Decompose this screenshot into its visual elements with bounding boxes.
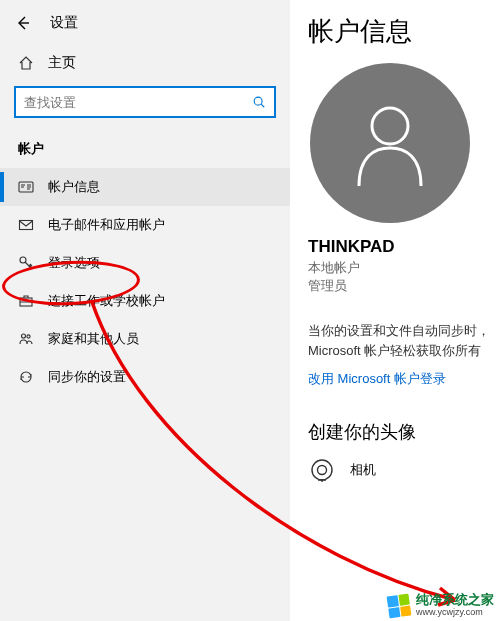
section-header-accounts: 帐户 [0,134,290,168]
sync-icon [18,369,34,385]
sync-description: 当你的设置和文件自动同步时， Microsoft 帐户轻松获取你所有 [308,321,500,360]
sidebar-item-label: 电子邮件和应用帐户 [48,216,165,234]
settings-header-label: 设置 [50,14,78,32]
home-button[interactable]: 主页 [0,46,290,80]
sidebar: 设置 主页 帐户 帐户信息 [0,0,290,621]
mail-icon [18,217,34,233]
sidebar-item-family[interactable]: 家庭和其他人员 [0,320,290,358]
svg-point-9 [318,466,327,475]
svg-point-0 [254,97,262,105]
main-panel: 帐户信息 THINKPAD 本地帐户 管理员 当你的设置和文件自动同步时， Mi… [290,0,500,621]
sidebar-item-label: 连接工作或学校帐户 [48,292,165,310]
search-input[interactable] [16,95,244,110]
sign-in-microsoft-link[interactable]: 改用 Microsoft 帐户登录 [308,370,446,388]
camera-label: 相机 [350,461,376,479]
key-icon [18,255,34,271]
page-title: 帐户信息 [308,14,500,49]
search-box[interactable] [14,86,276,118]
camera-icon [308,456,336,484]
svg-point-7 [372,108,408,144]
avatar [310,63,470,223]
create-avatar-title: 创建你的头像 [308,420,500,444]
sidebar-item-label: 登录选项 [48,254,100,272]
camera-option[interactable]: 相机 [308,456,500,484]
sidebar-item-email[interactable]: 电子邮件和应用帐户 [0,206,290,244]
arrow-left-icon [15,15,31,31]
user-name: THINKPAD [308,237,500,257]
back-button[interactable] [14,14,32,32]
home-label: 主页 [48,54,76,72]
sidebar-item-work-school[interactable]: 连接工作或学校帐户 [0,282,290,320]
svg-point-8 [312,460,332,480]
sidebar-item-label: 帐户信息 [48,178,100,196]
people-icon [18,331,34,347]
svg-point-5 [22,334,26,338]
briefcase-icon [18,293,34,309]
user-role: 管理员 [308,277,500,295]
id-card-icon [18,179,34,195]
sidebar-item-account-info[interactable]: 帐户信息 [0,168,290,206]
sidebar-item-sync[interactable]: 同步你的设置 [0,358,290,396]
sidebar-item-label: 家庭和其他人员 [48,330,139,348]
sidebar-item-signin-options[interactable]: 登录选项 [0,244,290,282]
person-icon [351,98,429,188]
sidebar-item-label: 同步你的设置 [48,368,126,386]
search-icon [244,95,274,109]
svg-point-6 [27,335,30,338]
home-icon [18,55,34,71]
user-type: 本地帐户 [308,259,500,277]
